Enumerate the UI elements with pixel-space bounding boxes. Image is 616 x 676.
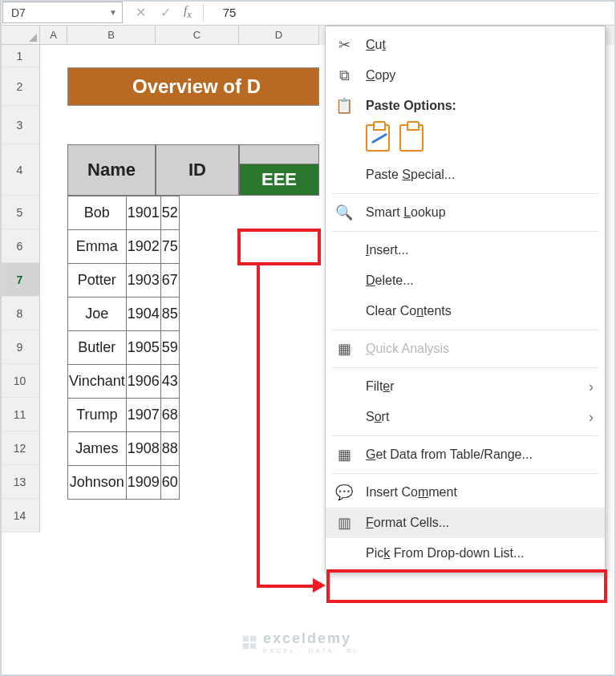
cell-eee[interactable]: 75	[160, 230, 179, 264]
ctx-label: Clear Contents	[366, 304, 452, 318]
ctx-label: Format Cells...	[366, 516, 449, 530]
fx-icon[interactable]: fx	[184, 4, 203, 21]
ctx-pick-from-list[interactable]: Pick From Drop-down List... Pick From Dr…	[326, 538, 605, 569]
ctx-get-data[interactable]: ▦ Get Data from Table/Range... Get Data …	[326, 439, 605, 470]
table-row: Potter190367	[68, 264, 180, 298]
cell-name[interactable]: Bob	[68, 196, 127, 230]
ctx-paste-options: 📋 Paste Options:	[326, 91, 605, 121]
table-row: Butler190559	[68, 331, 180, 365]
row-header-2[interactable]: 2	[0, 67, 40, 106]
ctx-insert-comment[interactable]: 💬 Insert Comment Insert Comment	[326, 477, 605, 508]
row-header-7[interactable]: 7	[0, 263, 40, 297]
ctx-smart-lookup[interactable]: 🔍 Smart Lookup Smart Lookup	[326, 197, 605, 228]
row-header-10[interactable]: 10	[0, 364, 40, 398]
select-all-corner[interactable]	[0, 26, 40, 45]
formula-input[interactable]: 75	[204, 0, 616, 25]
col-a-area[interactable]	[40, 45, 67, 606]
ctx-label: Get Data from Table/Range...	[366, 447, 533, 462]
col-header-B[interactable]: B	[67, 26, 156, 45]
cell-name[interactable]: Vinchant	[68, 365, 127, 399]
row-header-13[interactable]: 13	[0, 465, 40, 499]
ctx-insert[interactable]: Insert... Insert...	[326, 235, 605, 265]
cell-id[interactable]: 1903	[126, 264, 160, 298]
table-row: Vinchant190643	[68, 365, 180, 399]
row-header-4[interactable]: 4	[0, 144, 40, 196]
ctx-cut[interactable]: ✂ Cut Cut	[326, 30, 605, 60]
cell-id[interactable]: 1901	[126, 196, 160, 230]
cell-id[interactable]: 1909	[126, 466, 160, 500]
ctx-label: Filter	[366, 379, 395, 394]
ctx-filter[interactable]: Filter › Filter	[326, 371, 605, 402]
col-header-D[interactable]: D	[239, 26, 319, 45]
cell-eee[interactable]: 52	[160, 196, 179, 230]
cell-id[interactable]: 1902	[126, 230, 160, 264]
cell-name[interactable]: Emma	[68, 230, 127, 264]
ctx-sort[interactable]: Sort › Sort	[326, 402, 605, 432]
cell-eee[interactable]: 59	[160, 331, 179, 365]
name-box[interactable]: D7 ▼	[2, 2, 123, 23]
header-eee[interactable]: EEE	[239, 164, 319, 196]
cell-eee[interactable]: 43	[160, 365, 179, 399]
ctx-delete[interactable]: Delete... Delete...	[326, 265, 605, 296]
cell-id[interactable]: 1908	[126, 432, 160, 466]
name-box-dropdown-icon[interactable]: ▼	[109, 8, 117, 17]
name-box-value: D7	[11, 6, 26, 19]
cell-name[interactable]: Joe	[68, 298, 127, 331]
row-header-12[interactable]: 12	[0, 431, 40, 465]
ctx-label: Sort	[366, 410, 389, 424]
ctx-label: Delete...	[366, 273, 414, 288]
watermark-brand: exceldemy	[263, 630, 351, 646]
header-eee-top[interactable]	[239, 144, 319, 164]
row-header-5[interactable]: 5	[0, 196, 40, 229]
cell-id[interactable]: 1907	[126, 399, 160, 432]
row-header-9[interactable]: 9	[0, 330, 40, 364]
ctx-paste-special[interactable]: Paste Special... Paste Special...	[326, 160, 605, 190]
comment-icon: 💬	[334, 484, 355, 501]
cell-eee[interactable]: 67	[160, 264, 179, 298]
header-name[interactable]: Name	[67, 144, 156, 196]
ctx-copy[interactable]: ⧉ Copy Copy	[326, 60, 605, 91]
ctx-clear-contents[interactable]: Clear Contents Clear Contents	[326, 296, 605, 326]
row-header-3[interactable]: 3	[0, 106, 40, 144]
cell-eee[interactable]: 85	[160, 298, 179, 331]
paste-keep-formatting-icon[interactable]	[366, 124, 390, 152]
cell-eee[interactable]: 88	[160, 432, 179, 466]
cell-name[interactable]: Butler	[68, 331, 127, 365]
row-header-1[interactable]: 1	[0, 45, 40, 67]
separator	[332, 330, 598, 330]
cell-id[interactable]: 1905	[126, 331, 160, 365]
formula-bar-buttons: ✕ ✓	[123, 0, 184, 25]
ctx-format-cells[interactable]: ▥ Format Cells... Format Cells...	[326, 508, 605, 538]
highlight-format-cells	[326, 569, 607, 603]
scissors-icon: ✂	[334, 36, 355, 54]
cell-id[interactable]: 1904	[126, 298, 160, 331]
cell-name[interactable]: Potter	[68, 264, 127, 298]
separator	[332, 193, 598, 194]
row-header-8[interactable]: 8	[0, 297, 40, 330]
cell-name[interactable]: Johnson	[68, 466, 127, 500]
cell-name[interactable]: James	[68, 432, 127, 466]
separator	[332, 473, 598, 474]
separator	[332, 231, 598, 232]
cell-eee[interactable]: 68	[160, 399, 179, 432]
title-cell[interactable]: Overview of D	[67, 67, 319, 106]
col-header-A[interactable]: A	[40, 26, 67, 45]
header-id[interactable]: ID	[156, 144, 239, 196]
cell-id[interactable]: 1906	[126, 365, 160, 399]
annotation-arrow	[257, 265, 260, 586]
quick-analysis-icon: ▦	[334, 340, 355, 358]
row-header-11[interactable]: 11	[0, 398, 40, 431]
col-header-C[interactable]: C	[156, 26, 239, 45]
paste-icon[interactable]	[399, 124, 424, 152]
enter-icon[interactable]: ✓	[160, 5, 171, 20]
search-icon: 🔍	[334, 204, 355, 221]
row-header-6[interactable]: 6	[0, 229, 40, 263]
ctx-label: Quick Analysis	[366, 342, 449, 356]
logo-icon	[241, 633, 258, 651]
cell-eee[interactable]: 60	[160, 466, 179, 500]
context-menu: ✂ Cut Cut ⧉ Copy Copy 📋 Paste Options: P…	[325, 26, 606, 573]
cell-name[interactable]: Trump	[68, 399, 127, 432]
row-header-14[interactable]: 14	[0, 499, 40, 532]
table-header-row: Name ID EEE	[67, 144, 319, 196]
cancel-icon[interactable]: ✕	[136, 5, 146, 20]
